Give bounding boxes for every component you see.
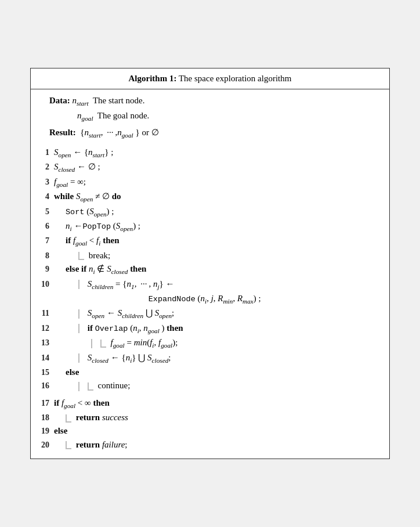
line-num-14: 14 [40,352,53,364]
line-num-15: 15 [40,366,53,379]
line-num-3: 3 [40,176,53,189]
line-content-4: while Sopen ≠ ∅ do [53,190,380,204]
result-value: {nstart, ··· ,ngoal } or ∅ [80,128,158,137]
line-content-15: else [53,366,380,379]
algorithm-label: Algorithm 1: [129,74,177,83]
line-2: 2 Sclosed ← ∅ ; [40,160,380,175]
line-11: 11 Sopen ← Schildren ⋃ Sopen; [40,306,380,321]
line-9: 9 else if ni ∉ Sclosed then [40,262,380,277]
result-section: Result: {nstart, ··· ,ngoal } or ∅ [40,126,380,140]
line-7: 7 if fgoal < fi then [40,234,380,248]
line-5: 5 Sort (Sopen) ; [40,205,380,219]
line-13: 13 fgoal = min(fi, fgoal); [40,336,380,351]
line-4: 4 while Sopen ≠ ∅ do [40,190,380,204]
line-content-6: ni ←PopTop (Sopen) ; [53,219,380,234]
line-content-11: Sopen ← Schildren ⋃ Sopen; [53,306,380,321]
line-content-20: return failure; [53,438,380,452]
line-content-2: Sclosed ← ∅ ; [53,160,380,175]
line-15: 15 else [40,366,380,379]
line-content-19: else [53,424,380,438]
data-label: Data: [49,94,73,107]
line-content-3: fgoal = ∞; [53,175,380,190]
algorithm-lines: 1 Sopen ← {nstart} ; 2 Sclosed ← ∅ ; 3 f… [40,146,380,452]
line-content-1: Sopen ← {nstart} ; [53,146,380,160]
line-content-18: return success [53,411,380,424]
line-content-9: else if ni ∉ Sclosed then [53,262,380,277]
line-num-6: 6 [40,220,53,233]
line-content-13: fgoal = min(fi, fgoal); [53,336,380,351]
line-content-7: if fgoal < fi then [53,234,380,248]
line-num-12: 12 [40,322,53,335]
line-10: 10 Schildren = {n1, ··· , nj} ← ExpandNo… [40,277,380,307]
result-label: Result: [49,128,78,137]
line-num-13: 13 [40,337,53,349]
line-content-17: if fgoal < ∞ then [53,396,380,411]
line-content-12: if Overlap (ni, ngoal ) then [53,322,380,336]
line-6: 6 ni ←PopTop (Sopen) ; [40,219,380,234]
line-14: 14 Sclosed ← {ni} ⋃ Sclosed; [40,351,380,366]
data-section: Data: nstart The start node. ngoal The g… [40,94,380,124]
line-8: 8 break; [40,249,380,262]
line-content-14: Sclosed ← {ni} ⋃ Sclosed; [53,351,380,366]
algorithm-description: The space exploration algorithm [179,74,292,83]
line-3: 3 fgoal = ∞; [40,175,380,190]
line-num-16: 16 [40,380,53,392]
algorithm-body: Data: nstart The start node. ngoal The g… [31,89,389,458]
data-n-goal: ngoal The goal node. [77,109,149,124]
line-content-10: Schildren = {n1, ··· , nj} ← ExpandNode … [53,277,380,307]
line-num-9: 9 [40,263,53,276]
line-16: 16 continue; [40,379,380,392]
line-num-10: 10 [40,278,53,291]
algorithm-box: Algorithm 1: The space exploration algor… [30,68,390,459]
algorithm-title: Algorithm 1: The space exploration algor… [31,68,389,89]
line-content-8: break; [53,249,380,262]
line-content-5: Sort (Sopen) ; [53,205,380,219]
line-num-11: 11 [40,307,53,320]
line-num-4: 4 [40,190,53,203]
line-content-16: continue; [53,379,380,392]
line-num-19: 19 [40,425,53,438]
line-18: 18 return success [40,411,380,424]
line-num-8: 8 [40,250,53,262]
line-num-7: 7 [40,234,53,247]
data-row-start: Data: nstart The start node. [49,94,380,109]
line-12: 12 if Overlap (ni, ngoal ) then [40,322,380,336]
line-num-20: 20 [40,439,53,452]
line-1: 1 Sopen ← {nstart} ; [40,146,380,160]
line-20: 20 return failure; [40,438,380,452]
line-17: 17 if fgoal < ∞ then [40,396,380,411]
line-num-2: 2 [40,161,53,174]
line-num-1: 1 [40,146,53,159]
line-num-17: 17 [40,397,53,410]
line-19: 19 else [40,424,380,438]
data-row-goal: ngoal The goal node. [49,109,380,124]
line-num-5: 5 [40,205,53,218]
data-n-start: nstart The start node. [73,94,145,109]
line-num-18: 18 [40,412,53,424]
